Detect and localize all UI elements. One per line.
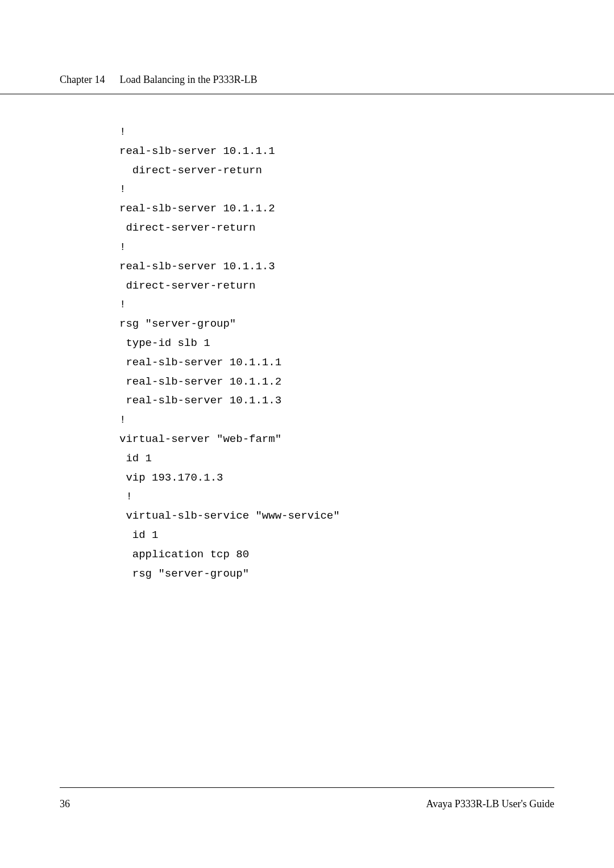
code-line: ! [119, 238, 614, 257]
code-line: ! [119, 487, 614, 507]
code-line: type-id slb 1 [119, 334, 614, 353]
code-line: direct-server-return [119, 219, 614, 238]
code-line: application tcp 80 [119, 545, 614, 565]
code-block: ! real-slb-server 10.1.1.1 direct-server… [0, 123, 614, 584]
code-line: rsg "server-group" [119, 565, 614, 584]
code-line: real-slb-server 10.1.1.2 [119, 199, 614, 219]
code-line: id 1 [119, 449, 614, 469]
code-line: ! [119, 411, 614, 430]
code-line: ! [119, 123, 614, 142]
code-line: ! [119, 180, 614, 199]
code-line: real-slb-server 10.1.1.1 [119, 142, 614, 161]
page-header: Chapter 14 Load Balancing in the P333R-L… [0, 74, 614, 94]
code-line: real-slb-server 10.1.1.3 [119, 391, 614, 411]
code-line: direct-server-return [119, 161, 614, 181]
code-line: direct-server-return [119, 277, 614, 296]
chapter-title-separator [107, 74, 117, 85]
page-number: 36 [60, 798, 70, 810]
chapter-label: Chapter 14 [60, 74, 105, 85]
chapter-title: Load Balancing in the P333R-LB [119, 74, 257, 85]
code-line: virtual-slb-service "www-service" [119, 507, 614, 526]
code-line: rsg "server-group" [119, 315, 614, 334]
code-line: ! [119, 295, 614, 315]
page-container: Chapter 14 Load Balancing in the P333R-L… [0, 0, 614, 584]
code-line: vip 193.170.1.3 [119, 469, 614, 488]
code-line: virtual-server "web-farm" [119, 430, 614, 449]
doc-title: Avaya P333R-LB User's Guide [426, 798, 554, 810]
code-line: real-slb-server 10.1.1.1 [119, 353, 614, 373]
code-line: real-slb-server 10.1.1.2 [119, 373, 614, 392]
page-footer: 36 Avaya P333R-LB User's Guide [60, 787, 554, 810]
code-line: id 1 [119, 526, 614, 545]
code-line: real-slb-server 10.1.1.3 [119, 257, 614, 277]
